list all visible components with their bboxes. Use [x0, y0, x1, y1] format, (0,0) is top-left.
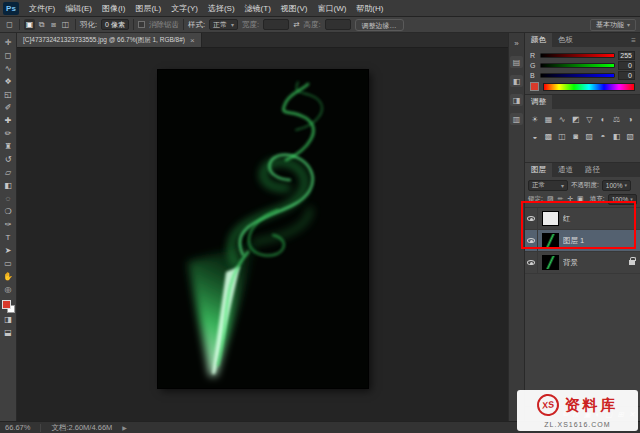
- panel-menu-icon[interactable]: ≡: [631, 36, 636, 45]
- zoom-tool-icon[interactable]: ◎: [1, 283, 16, 296]
- tool-preset-icon[interactable]: ◻: [4, 19, 15, 30]
- color-slider-G[interactable]: [540, 63, 615, 68]
- menu-item-2[interactable]: 编辑(E): [60, 3, 97, 14]
- document-image[interactable]: [158, 70, 368, 388]
- brush-tool-icon[interactable]: ✏: [1, 127, 16, 140]
- swap-dimensions-icon[interactable]: ⇄: [293, 20, 299, 29]
- lock-pixels-icon[interactable]: ✏: [556, 195, 565, 204]
- menu-item-1[interactable]: 文件(F): [24, 3, 60, 14]
- menu-item-5[interactable]: 文字(Y): [166, 3, 203, 14]
- eraser-tool-icon[interactable]: ▱: [1, 166, 16, 179]
- layer-row-1[interactable]: 红: [525, 208, 640, 230]
- channel-mixer-icon[interactable]: ▩: [542, 130, 556, 143]
- menu-item-7[interactable]: 滤镜(T): [240, 3, 276, 14]
- path-selection-tool-icon[interactable]: ➤: [1, 244, 16, 257]
- color-slider-B[interactable]: [540, 73, 615, 78]
- menu-item-4[interactable]: 图层(L): [130, 3, 166, 14]
- tab-路径[interactable]: 路径: [579, 163, 606, 177]
- add-to-selection-icon[interactable]: ⧉: [36, 19, 47, 30]
- dodge-tool-icon[interactable]: ❍: [1, 205, 16, 218]
- new-selection-icon[interactable]: ▣: [24, 19, 35, 30]
- properties-panel-icon[interactable]: ◧: [510, 75, 523, 87]
- visibility-toggle[interactable]: [525, 230, 538, 251]
- quick-mask-icon[interactable]: ◨: [1, 313, 16, 326]
- curves-icon[interactable]: ∿: [555, 113, 569, 126]
- layer-row-3[interactable]: 背景: [525, 252, 640, 274]
- screen-mode-icon[interactable]: ⬓: [1, 326, 16, 339]
- pen-tool-icon[interactable]: ✑: [1, 218, 16, 231]
- color-value-B[interactable]: 0: [618, 71, 635, 80]
- visibility-toggle[interactable]: [525, 208, 538, 229]
- quick-selection-tool-icon[interactable]: ❖: [1, 75, 16, 88]
- workspace-switcher[interactable]: 基本功能: [590, 19, 636, 31]
- status-options-icon[interactable]: ▶: [122, 424, 127, 431]
- info-panel-icon[interactable]: ◨: [510, 94, 523, 106]
- type-tool-icon[interactable]: T: [1, 231, 16, 244]
- width-input[interactable]: [263, 19, 289, 30]
- menu-item-8[interactable]: 视图(V): [276, 3, 313, 14]
- collapse-dock-icon[interactable]: »: [510, 37, 523, 49]
- gradient-tool-icon[interactable]: ◧: [1, 179, 16, 192]
- color-balance-icon[interactable]: ⚖: [610, 113, 624, 126]
- color-value-G[interactable]: 0: [618, 61, 635, 70]
- intersect-selection-icon[interactable]: ◫: [60, 19, 71, 30]
- height-input[interactable]: [325, 19, 351, 30]
- brightness-contrast-icon[interactable]: ☀: [528, 113, 542, 126]
- color-slider-R[interactable]: [540, 53, 615, 58]
- antialias-checkbox[interactable]: [138, 21, 145, 28]
- history-brush-tool-icon[interactable]: ↺: [1, 153, 16, 166]
- menu-item-9[interactable]: 窗口(W): [312, 3, 351, 14]
- healing-brush-tool-icon[interactable]: ✚: [1, 114, 16, 127]
- vibrance-icon[interactable]: ▽: [583, 113, 597, 126]
- menu-item-10[interactable]: 帮助(H): [351, 3, 388, 14]
- zoom-level[interactable]: 66.67%: [5, 423, 30, 432]
- crop-tool-icon[interactable]: ◱: [1, 88, 16, 101]
- visibility-toggle[interactable]: [525, 252, 538, 273]
- shape-tool-icon[interactable]: ▭: [1, 257, 16, 270]
- photo-filter-icon[interactable]: ◒: [528, 130, 542, 143]
- tab-色板[interactable]: 色板: [552, 33, 579, 47]
- tab-颜色[interactable]: 颜色: [525, 33, 552, 47]
- feather-input[interactable]: 0 像素: [101, 19, 129, 30]
- lock-position-icon[interactable]: ✛: [566, 195, 575, 204]
- posterize-icon[interactable]: ▨: [583, 130, 597, 143]
- hue-saturation-icon[interactable]: ◐: [596, 113, 610, 126]
- character-panel-icon[interactable]: ▥: [510, 113, 523, 125]
- lock-transparency-icon[interactable]: ▨: [546, 195, 555, 204]
- clone-stamp-tool-icon[interactable]: ♜: [1, 140, 16, 153]
- canvas-pasteboard[interactable]: [17, 48, 508, 421]
- close-tab-icon[interactable]: ×: [190, 36, 195, 45]
- menu-item-3[interactable]: 图像(I): [97, 3, 131, 14]
- history-panel-icon[interactable]: ▤: [510, 56, 523, 68]
- fill-value[interactable]: 100%: [608, 194, 637, 205]
- document-tab[interactable]: [C]473732421323733555.jpg @ 66.7%(图层 1, …: [17, 33, 202, 47]
- blend-mode-select[interactable]: 正常: [528, 180, 568, 191]
- selective-color-icon[interactable]: ▧: [623, 130, 637, 143]
- hand-tool-icon[interactable]: ✋: [1, 270, 16, 283]
- blur-tool-icon[interactable]: ◌: [1, 192, 16, 205]
- refine-edge-button[interactable]: 调整边缘…: [355, 19, 404, 31]
- threshold-icon[interactable]: ◓: [596, 130, 610, 143]
- layer-row-2[interactable]: 图层 1: [525, 230, 640, 252]
- eyedropper-tool-icon[interactable]: ✐: [1, 101, 16, 114]
- lock-all-icon[interactable]: ▣: [576, 195, 585, 204]
- tab-adjustments[interactable]: 调整: [525, 95, 552, 109]
- foreground-mini-swatch[interactable]: [530, 82, 539, 91]
- move-tool-icon[interactable]: ✛: [1, 36, 16, 49]
- color-spectrum-bar[interactable]: [543, 83, 635, 91]
- marquee-tool-icon[interactable]: ◻: [1, 49, 16, 62]
- gradient-map-icon[interactable]: ◧: [610, 130, 624, 143]
- menu-item-6[interactable]: 选择(S): [203, 3, 240, 14]
- color-lookup-icon[interactable]: ◫: [555, 130, 569, 143]
- style-select[interactable]: 正常: [209, 19, 238, 30]
- black-white-icon[interactable]: ◑: [623, 113, 637, 126]
- levels-icon[interactable]: ▦: [542, 113, 556, 126]
- opacity-value[interactable]: 100%: [602, 180, 631, 191]
- tab-通道[interactable]: 通道: [552, 163, 579, 177]
- lasso-tool-icon[interactable]: ∿: [1, 62, 16, 75]
- tab-图层[interactable]: 图层: [525, 163, 552, 177]
- invert-icon[interactable]: ◙: [569, 130, 583, 143]
- subtract-from-selection-icon[interactable]: ⧈: [48, 19, 59, 30]
- color-value-R[interactable]: 255: [618, 51, 635, 60]
- exposure-icon[interactable]: ◩: [569, 113, 583, 126]
